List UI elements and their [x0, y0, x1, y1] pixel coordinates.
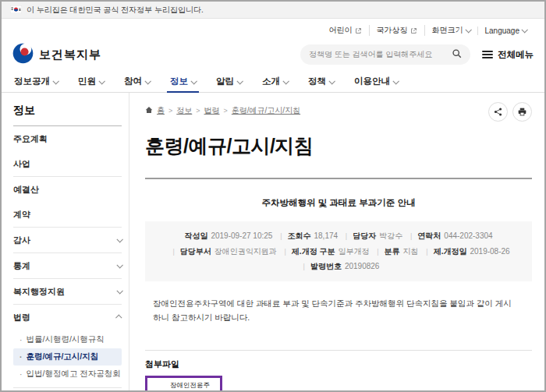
logo-text: 보건복지부: [39, 48, 101, 62]
bullet-icon: ·: [20, 352, 23, 362]
meta-order-number: 발령번호20190826: [298, 262, 380, 270]
sidebar-list: 주요계획 사업 예결산 계약 감사 통계 복지행정지원 법령: [13, 126, 122, 330]
chevron-down-icon: [52, 78, 58, 84]
header-main: 보건복지부 정책명 또는 검색어를 입력해주세요 전체메뉴: [12, 38, 534, 71]
nav-item-participation[interactable]: 참여: [114, 71, 160, 92]
attachment-file-link[interactable]: 장애인전용주차구역 과태료 부과 및 단속기준.pdf: [170, 380, 215, 390]
nav-item-information[interactable]: 정보: [160, 71, 206, 92]
attachments-label: 첨부파일: [145, 358, 532, 370]
sidebar-item-contracts[interactable]: 계약: [13, 202, 122, 227]
search-input[interactable]: 정책명 또는 검색어를 입력해주세요: [300, 44, 470, 65]
share-icon: [494, 108, 502, 116]
nav-label: 민원: [78, 76, 96, 87]
sidebar-subitem-directives[interactable]: ·훈령/예규/고시/지침: [13, 348, 122, 366]
chevron-down-icon: [282, 78, 289, 84]
chevron-down-icon: [144, 78, 151, 84]
breadcrumb-separator: >: [168, 107, 172, 115]
breadcrumb-directives[interactable]: 훈령/예규/고시/지침: [232, 105, 300, 116]
body-wrap: 정보 주요계획 사업 예결산 계약 감사 통계 복지행정지원 법령 ·법률/시행…: [2, 93, 544, 390]
sidebar-item-label: 복지행정지원: [13, 286, 65, 298]
sidebar-item-legislation[interactable]: 법령: [13, 305, 122, 330]
breadcrumb-home[interactable]: 홈: [157, 105, 165, 116]
home-icon[interactable]: [145, 106, 153, 115]
korean-flag-icon: [10, 5, 22, 15]
chevron-down-icon: [190, 78, 197, 84]
nav-item-disclosure[interactable]: 정보공개: [4, 71, 68, 92]
print-icon: [518, 108, 526, 116]
meta-department: 담당부서장애인권익지원과: [167, 247, 276, 256]
chevron-down-icon: [236, 78, 243, 84]
chevron-down-icon: [116, 262, 122, 268]
sidebar-item-label: 감사: [13, 235, 30, 246]
sidebar-item-label: 통계: [13, 260, 30, 272]
print-button[interactable]: [512, 102, 532, 122]
sidebar-item-budget[interactable]: 예결산: [13, 177, 122, 202]
sidebar-subitem-label: 입법/행정예고 전자공청회: [27, 369, 121, 380]
sidebar-item-label: 법령: [13, 312, 30, 323]
utility-link-screen-size-label: 화면크기: [432, 25, 463, 36]
sidebar-subitem-legislative-notice[interactable]: ·입법/행정예고 전자공청회: [13, 366, 122, 383]
meta-revision-type: 제.개정 구분일부개정: [279, 247, 370, 256]
gov-banner-text: 이 누리집은 대한민국 공식 전자정부 누리집입니다.: [27, 5, 204, 16]
article-body: 장애인전용주차구역에 대한 과태료 부과 및 단속기준과 주차방해행위 단속지침…: [153, 296, 516, 325]
sidebar-item-audit[interactable]: 감사: [13, 228, 122, 253]
external-link-icon: [410, 27, 417, 34]
nav-label: 이용안내: [354, 76, 390, 87]
chevron-down-icon: [116, 236, 122, 242]
sidebar-item-major-plans[interactable]: 주요계획: [13, 126, 122, 151]
chevron-down-icon: [98, 78, 105, 84]
utility-link-screen-size[interactable]: 화면크기: [424, 25, 477, 36]
sidebar-item-label: 주요계획: [13, 133, 48, 145]
all-menu-label: 전체메뉴: [498, 49, 534, 61]
nav-label: 알림: [216, 76, 234, 87]
nav-item-civil-affairs[interactable]: 민원: [68, 71, 114, 92]
attachment-row: PDF 장애인전용주차구역 과태료 부과 및 단속기준.pdf ( 520.68…: [145, 376, 532, 390]
search-icon[interactable]: [452, 48, 462, 62]
sidebar-subitem-label: 훈령/예규/고시/지침: [27, 351, 99, 362]
share-button[interactable]: [488, 102, 508, 122]
sidebar-item-welfare-admin-support[interactable]: 복지행정지원: [13, 279, 122, 304]
breadcrumb-information[interactable]: 정보: [176, 105, 192, 116]
gov-banner: 이 누리집은 대한민국 공식 전자정부 누리집입니다.: [2, 2, 544, 19]
sidebar-item-projects[interactable]: 사업: [13, 151, 122, 176]
all-menu-button[interactable]: 전체메뉴: [482, 49, 534, 61]
site-header: 어린이 국가상징 화면크기 Language 보건복지부: [2, 19, 544, 71]
utility-link-language[interactable]: Language: [477, 26, 534, 35]
search-placeholder: 정책명 또는 검색어를 입력해주세요: [309, 49, 432, 60]
logo[interactable]: 보건복지부: [12, 43, 101, 67]
main-content: 홈 > 정보 > 법령 > 훈령/예규/고시/지침 훈령/: [129, 93, 544, 390]
divider: [145, 350, 532, 351]
chevron-down-icon: [328, 78, 335, 84]
utility-link-kids[interactable]: 어린이: [322, 25, 369, 36]
meta-manager: 담당자박강수: [340, 231, 402, 240]
nav-item-news[interactable]: 알림: [206, 71, 252, 92]
sidebar-subitem-laws[interactable]: ·법률/시행령/시행규칙: [13, 331, 122, 348]
header-right: 정책명 또는 검색어를 입력해주세요 전체메뉴: [300, 44, 534, 65]
nav-label: 정보: [170, 76, 188, 87]
sidebar-item-label: 예결산: [13, 184, 39, 196]
sidebar-title: 정보: [13, 104, 122, 126]
global-nav: 정보공개 민원 참여 정보 알림 소개 정책 이용안내: [2, 71, 544, 93]
nav-item-policy[interactable]: 정책: [298, 71, 344, 92]
sidebar-item-statistics[interactable]: 통계: [13, 253, 122, 278]
nav-item-guide[interactable]: 이용안내: [344, 71, 408, 92]
page-title: 훈령/예규/고시/지침: [145, 133, 532, 159]
chevron-down-icon: [465, 26, 471, 33]
meta-created-date: 작성일2019-09-27 10:25: [184, 231, 272, 240]
divider: [13, 387, 122, 388]
meta-revision-date: 제.개정일2019-08-26: [420, 247, 509, 256]
article-title: 주차방해행위 및 과태료 부과기준 안내: [145, 197, 532, 209]
nav-label: 참여: [124, 76, 142, 87]
breadcrumb-legislation[interactable]: 법령: [204, 105, 220, 116]
chevron-down-icon: [116, 288, 122, 294]
utility-link-national-symbols[interactable]: 국가상징: [369, 25, 424, 36]
breadcrumb: 홈 > 정보 > 법령 > 훈령/예규/고시/지침: [145, 102, 300, 116]
hamburger-icon: [482, 51, 493, 59]
annotation-highlight-box: PDF 장애인전용주차구역 과태료 부과 및 단속기준.pdf: [145, 376, 222, 390]
sidebar-subitem-label: 법률/시행령/시행규칙: [27, 334, 105, 345]
nav-item-about[interactable]: 소개: [252, 71, 298, 92]
utility-link-national-symbols-label: 국가상징: [377, 25, 408, 36]
utility-links: 어린이 국가상징 화면크기 Language: [12, 23, 534, 38]
browser-page: 이 누리집은 대한민국 공식 전자정부 누리집입니다. 어린이 국가상징 화면크…: [0, 0, 546, 392]
meta-views: 조회수18,174: [275, 231, 338, 240]
